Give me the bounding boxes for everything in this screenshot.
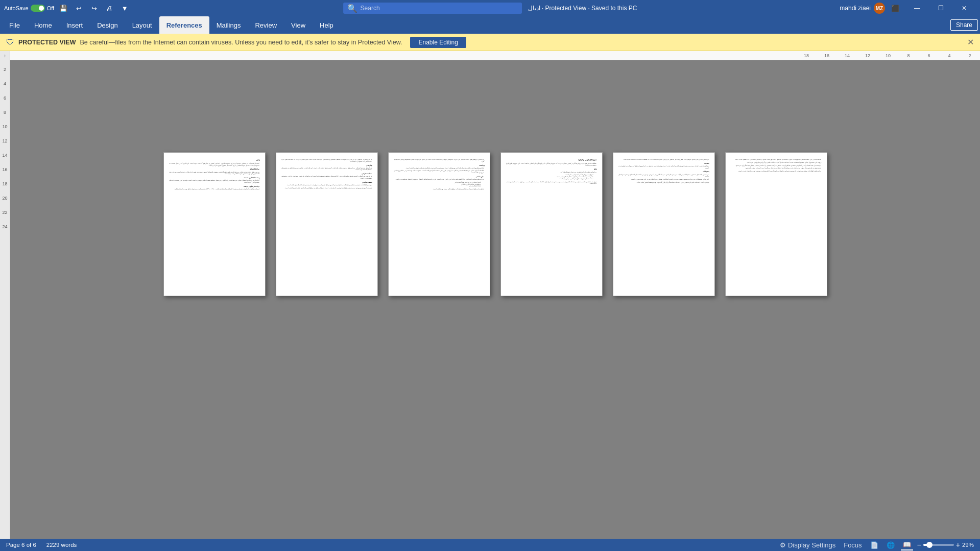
word-count: 2229 words (46, 542, 77, 548)
vruler-22: 22 (0, 205, 10, 220)
minimize-button[interactable]: — (905, 0, 929, 16)
vruler-10: 10 (0, 119, 10, 134)
vertical-ruler: 2 4 6 8 10 12 14 16 18 20 22 24 (0, 60, 10, 539)
page-5: این بخش به بررسی جامع موضوعات مطرح‌شده د… (613, 152, 715, 296)
vruler-20: 20 (0, 191, 10, 205)
page-1-heading: پیش (169, 159, 260, 161)
zoom-controls: − + 29% (917, 541, 974, 549)
document-area[interactable]: پیش لایحه‌ای که دولت به مجلس تقدیم کرد ب… (10, 60, 980, 539)
close-button[interactable]: ✕ (952, 0, 976, 16)
search-input[interactable] (361, 5, 514, 12)
web-layout-button[interactable]: 🌐 (885, 540, 897, 550)
user-info: mahdi ziaei MZ (840, 3, 885, 14)
tab-references[interactable]: References (159, 16, 209, 34)
search-bar[interactable]: 🔍 (343, 3, 522, 14)
vruler-18: 18 (0, 177, 10, 191)
doc-title: اديال · Protected View · Saved to this P… (528, 5, 637, 12)
page-4-heading: شیوه‌های قومی و قراوه (506, 159, 597, 161)
tab-review[interactable]: Review (248, 16, 284, 34)
page-info: Page 6 of 6 (6, 542, 36, 548)
pages-row: پیش لایحه‌ای که دولت به مجلس تقدیم کرد ب… (163, 152, 827, 296)
save-button[interactable]: 💾 (57, 2, 69, 14)
shield-icon: 🛡 (6, 38, 14, 47)
ribbon: File Home Insert Design Layout Reference… (0, 16, 980, 34)
tab-insert[interactable]: Insert (59, 16, 90, 34)
ruler-num-4: 4 (939, 53, 960, 58)
protected-label: PROTECTED VIEW (18, 39, 76, 46)
status-bar-right: ⚙ Display Settings Focus 📄 🌐 📖 − + 29% (778, 540, 974, 550)
autosave-label: AutoSave (4, 5, 29, 11)
restore-button[interactable]: ❐ (929, 0, 952, 16)
status-bar: Page 6 of 6 2229 words ⚙ Display Setting… (0, 539, 980, 551)
print-button[interactable]: 🖨 (103, 2, 115, 14)
title-bar-left: AutoSave Off 💾 ↩ ↪ 🖨 ▼ (4, 2, 131, 14)
protected-view-bar: 🛡 PROTECTED VIEW Be careful—files from t… (0, 34, 980, 51)
page-1-content: پیش لایحه‌ای که دولت به مجلس تقدیم کرد ب… (169, 159, 260, 290)
print-layout-button[interactable]: 📄 (868, 540, 880, 550)
undo-button[interactable]: ↩ (73, 2, 85, 14)
page-6: صفحه پایانی این مقاله شامل منابع و مآخذ … (725, 152, 827, 296)
customize-button[interactable]: ▼ (118, 2, 131, 14)
autosave-switch[interactable] (31, 5, 45, 12)
vruler-16: 16 (0, 162, 10, 177)
user-name: mahdi ziaei (840, 5, 871, 12)
ruler-num-2: 2 (960, 53, 980, 58)
redo-button[interactable]: ↪ (88, 2, 100, 14)
autosave-toggle[interactable]: AutoSave Off (4, 5, 54, 12)
ruler-num-14: 14 (837, 53, 857, 58)
ruler-row: ↕ 18 16 14 12 10 8 6 4 2 (0, 51, 980, 60)
window-controls: — ❐ ✕ (905, 0, 976, 16)
ribbon-tabs: File Home Insert Design Layout Reference… (0, 16, 980, 34)
main-area: 2 4 6 8 10 12 14 16 18 20 22 24 پیش لایح… (0, 60, 980, 539)
search-icon: 🔍 (347, 4, 357, 13)
tab-mailings[interactable]: Mailings (209, 16, 248, 34)
zoom-slider[interactable] (923, 544, 954, 546)
page-6-content: صفحه پایانی این مقاله شامل منابع و مآخذ … (731, 159, 822, 290)
tab-help[interactable]: Help (313, 16, 341, 34)
vruler-12: 12 (0, 134, 10, 148)
page-2: در این بخش از تحقیق، به بررسی موضوعات مخ… (276, 152, 378, 296)
zoom-in-button[interactable]: + (956, 541, 960, 549)
ribbon-display-button[interactable]: ⬛ (889, 2, 901, 14)
page-4: شیوه‌های قومی و قراوه مطالعه ساختارهای ق… (500, 152, 603, 296)
horizontal-ruler: 18 16 14 12 10 8 6 4 2 (10, 51, 980, 60)
vruler-8: 8 (0, 105, 10, 119)
vruler-14: 14 (0, 148, 10, 162)
zoom-percent: 29% (962, 542, 974, 548)
tab-view[interactable]: View (284, 16, 313, 34)
close-bar-button[interactable]: ✕ (967, 37, 974, 47)
tab-file[interactable]: File (2, 16, 27, 34)
focus-button[interactable]: Focus (842, 540, 864, 550)
page-3-content: بر اساس پژوهش‌های انجام‌شده در این حوزه،… (394, 159, 485, 290)
ruler-corner: ↕ (0, 51, 10, 60)
read-mode-button[interactable]: 📖 (901, 540, 913, 550)
ruler-corner-icon: ↕ (4, 53, 6, 58)
zoom-out-button[interactable]: − (917, 541, 921, 549)
share-button[interactable]: Share (950, 19, 978, 31)
avatar: MZ (874, 3, 885, 14)
protected-message: Be careful—files from the Internet can c… (80, 39, 402, 46)
ruler-num-18: 18 (796, 53, 817, 58)
tab-design[interactable]: Design (90, 16, 125, 34)
page-5-content: این بخش به بررسی جامع موضوعات مطرح‌شده د… (618, 159, 709, 290)
enable-editing-button[interactable]: Enable Editing (410, 37, 466, 48)
title-bar: AutoSave Off 💾 ↩ ↪ 🖨 ▼ 🔍 اديال · Protect… (0, 0, 980, 16)
ruler-num-10: 10 (878, 53, 898, 58)
page-3: بر اساس پژوهش‌های انجام‌شده در این حوزه،… (388, 152, 490, 296)
title-bar-right: mahdi ziaei MZ ⬛ — ❐ ✕ (840, 0, 976, 16)
tab-home[interactable]: Home (27, 16, 59, 34)
autosave-state: Off (47, 5, 54, 11)
zoom-slider-thumb (926, 542, 933, 548)
vruler-24: 24 (0, 220, 10, 234)
display-settings-button[interactable]: ⚙ Display Settings (778, 540, 838, 550)
vruler-4: 4 (0, 77, 10, 91)
tab-layout[interactable]: Layout (125, 16, 159, 34)
vruler-2: 2 (0, 62, 10, 77)
ruler-num-8: 8 (898, 53, 919, 58)
ruler-numbers: 18 16 14 12 10 8 6 4 2 (796, 51, 980, 60)
ruler-num-16: 16 (817, 53, 837, 58)
display-settings-icon: ⚙ (780, 541, 786, 549)
ruler-num-6: 6 (919, 53, 939, 58)
title-center: 🔍 اديال · Protected View · Saved to this… (343, 3, 637, 14)
page-2-content: در این بخش از تحقیق، به بررسی موضوعات مخ… (281, 159, 372, 290)
